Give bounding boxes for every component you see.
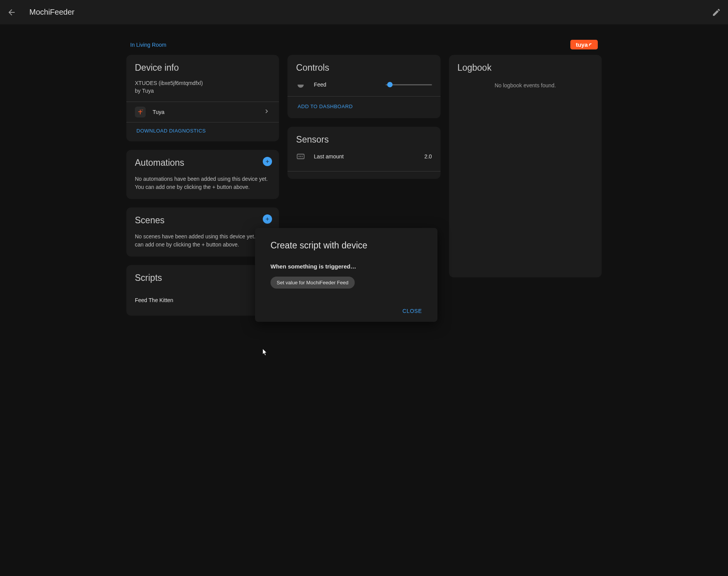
automations-card: Automations No automations have been add… (126, 150, 279, 199)
feed-control-row: Feed (296, 80, 432, 89)
add-automation-button[interactable] (263, 157, 272, 166)
trigger-chip[interactable]: Set value for MochiFeeder Feed (270, 277, 355, 289)
brand-badge: tuya (570, 40, 598, 49)
logbook-empty-text: No logbook events found. (458, 82, 593, 88)
dialog-subtitle: When something is triggered… (270, 263, 422, 270)
back-arrow-icon[interactable] (7, 8, 16, 17)
device-info-card: Device info XTUOES (ibxe5jf6mtqmdfxl) by… (126, 55, 279, 141)
slider-thumb[interactable] (387, 82, 393, 87)
sensors-card: Sensors Last amount 2.0 ADD TO DASHBOARD (287, 127, 440, 179)
logbook-title: Logbook (458, 63, 593, 73)
scenes-empty-text: No scenes have been added using this dev… (135, 233, 270, 249)
chevron-right-icon (263, 107, 270, 117)
slider-track (386, 84, 432, 85)
download-diagnostics-link[interactable]: DOWNLOAD DIAGNOSTICS (136, 128, 270, 134)
automations-empty-text: No automations have been added using thi… (135, 175, 270, 191)
page-title: MochiFeeder (29, 8, 75, 17)
controls-card: Controls Feed ADD TO DASHBOAR (287, 55, 440, 118)
device-model: XTUOES (ibxe5jf6mtqmdfxl) (135, 80, 270, 86)
column-2: Controls Feed ADD TO DASHBOAR (287, 55, 440, 179)
dialog-close-button[interactable]: CLOSE (403, 308, 422, 314)
svg-point-0 (142, 110, 143, 110)
controls-add-dashboard-row: ADD TO DASHBOARD (287, 96, 440, 116)
location-link[interactable]: In Living Room (130, 42, 166, 48)
logbook-card: Logbook No logbook events found. (449, 55, 602, 277)
feed-label: Feed (314, 82, 326, 88)
add-to-dashboard-link[interactable]: ADD TO DASHBOARD (298, 104, 353, 109)
add-scene-button[interactable] (263, 214, 272, 224)
column-3: Logbook No logbook events found. (449, 55, 602, 277)
integration-row[interactable]: Tuya (126, 102, 279, 122)
top-row: In Living Room tuya (126, 40, 602, 49)
sensor-label: Last amount (314, 153, 424, 160)
tuya-logo-icon (135, 107, 146, 117)
controls-title: Controls (296, 63, 432, 73)
cursor-icon (262, 349, 269, 355)
dialog-actions: CLOSE (270, 308, 422, 314)
dialog-title: Create script with device (270, 240, 422, 251)
brand-badge-label: tuya (576, 41, 588, 48)
sensors-title: Sensors (296, 134, 432, 145)
sensors-add-dashboard-row: ADD TO DASHBOARD (287, 171, 440, 179)
automations-title: Automations (135, 158, 270, 168)
device-manufacturer: by Tuya (135, 88, 270, 94)
device-info-title: Device info (135, 63, 270, 73)
script-label: Feed The Kitten (135, 297, 263, 303)
counter-icon (296, 152, 305, 161)
scripts-title: Scripts (135, 273, 270, 283)
create-script-dialog: Create script with device When something… (255, 228, 437, 322)
add-to-dashboard-link[interactable]: ADD TO DASHBOARD (298, 178, 353, 179)
pencil-icon[interactable] (712, 8, 721, 17)
bowl-icon (296, 80, 305, 89)
scenes-title: Scenes (135, 215, 270, 226)
svg-point-1 (143, 109, 143, 110)
sensor-value: 2.0 (424, 153, 432, 160)
topbar: MochiFeeder (0, 0, 728, 24)
integration-label: Tuya (153, 109, 263, 115)
sensor-row: Last amount 2.0 (296, 152, 432, 161)
feed-slider[interactable] (386, 84, 432, 85)
